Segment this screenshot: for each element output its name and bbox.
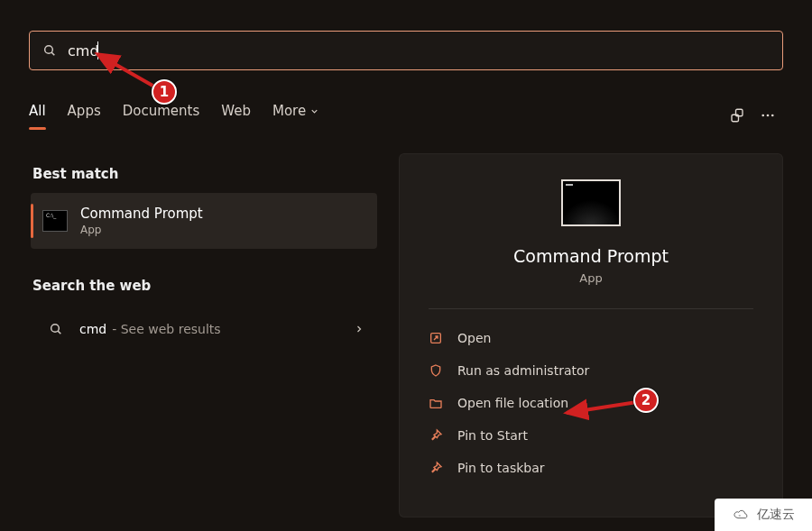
- selection-accent: [31, 204, 33, 238]
- svg-point-7: [51, 325, 60, 333]
- best-match-result[interactable]: C:\_ Command Prompt App: [31, 193, 377, 249]
- section-best-match: Best match: [32, 166, 118, 182]
- svg-point-4: [761, 114, 764, 117]
- svg-point-5: [767, 114, 770, 117]
- cloud-icon: ∞: [732, 507, 752, 523]
- action-label: Pin to Start: [457, 428, 528, 443]
- tab-web[interactable]: Web: [221, 103, 251, 128]
- text-caret: [97, 41, 98, 60]
- options-icon: [729, 107, 745, 124]
- search-bar[interactable]: cmd: [29, 31, 783, 70]
- detail-type: App: [579, 271, 602, 285]
- watermark-text: 亿速云: [757, 507, 795, 523]
- svg-line-1: [51, 52, 54, 55]
- tabs-row: All Apps Documents Web More: [29, 101, 783, 130]
- watermark: ∞ 亿速云: [715, 499, 812, 531]
- app-large-icon: [561, 179, 621, 226]
- tab-apps[interactable]: Apps: [68, 103, 101, 128]
- action-open-location[interactable]: Open file location: [400, 387, 782, 419]
- tab-documents[interactable]: Documents: [123, 103, 200, 128]
- chevron-right-icon: [354, 324, 364, 334]
- result-name: Command Prompt: [80, 206, 203, 222]
- action-label: Run as administrator: [457, 363, 589, 378]
- detail-name: Command Prompt: [513, 246, 669, 266]
- tab-more[interactable]: More: [272, 103, 319, 128]
- web-hint: - See web results: [112, 322, 220, 336]
- action-label: Open file location: [457, 396, 568, 410]
- result-type: App: [80, 224, 203, 236]
- action-run-admin[interactable]: Run as administrator: [400, 354, 782, 387]
- separator: [429, 308, 753, 309]
- svg-text:∞: ∞: [738, 514, 741, 517]
- shield-icon: [429, 363, 443, 378]
- cmd-icon: C:\_: [42, 210, 68, 232]
- action-pin-taskbar[interactable]: Pin to taskbar: [400, 452, 782, 484]
- ellipsis-icon: [760, 107, 776, 124]
- tab-more-label: More: [272, 103, 306, 119]
- action-open[interactable]: Open: [400, 322, 782, 354]
- svg-point-6: [771, 114, 774, 117]
- action-label: Pin to taskbar: [457, 461, 545, 475]
- search-options-button[interactable]: [722, 102, 752, 129]
- svg-line-8: [58, 331, 60, 334]
- tab-all[interactable]: All: [29, 103, 46, 128]
- action-pin-start[interactable]: Pin to Start: [400, 419, 782, 452]
- detail-pane: Command Prompt App Open Run as administr…: [399, 153, 783, 517]
- section-search-web: Search the web: [32, 278, 151, 294]
- pin-icon: [429, 461, 443, 475]
- more-button[interactable]: [752, 102, 783, 129]
- folder-icon: [429, 396, 443, 410]
- web-result[interactable]: cmd - See web results: [31, 308, 377, 350]
- open-icon: [429, 331, 443, 345]
- annotation-badge-1: 1: [152, 79, 177, 105]
- action-label: Open: [457, 331, 491, 345]
- web-term: cmd: [79, 322, 106, 336]
- annotation-badge-2: 2: [633, 388, 659, 413]
- search-input-text[interactable]: cmd: [68, 42, 99, 60]
- chevron-down-icon: [309, 106, 319, 116]
- actions-list: Open Run as administrator Open file loca…: [400, 322, 782, 484]
- search-icon: [42, 43, 57, 58]
- search-icon: [49, 322, 63, 336]
- svg-point-0: [45, 46, 53, 54]
- pin-icon: [429, 428, 443, 443]
